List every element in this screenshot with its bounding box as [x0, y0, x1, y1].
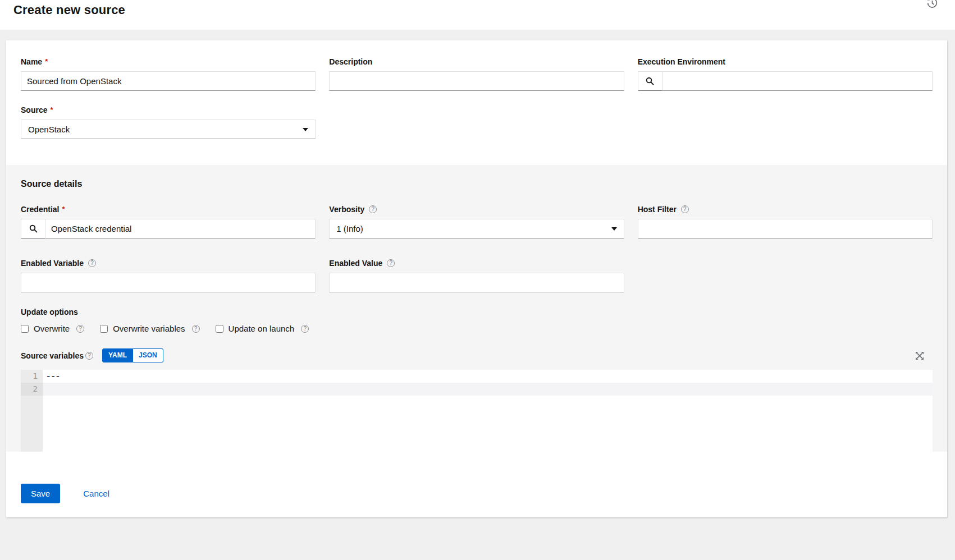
help-icon[interactable]: [76, 325, 84, 333]
source-details-section: Source details Credential: [6, 165, 947, 452]
json-toggle-button[interactable]: JSON: [133, 348, 163, 362]
host-filter-input[interactable]: [638, 219, 933, 238]
page-header: Create new source: [0, 0, 955, 30]
form-footer: Save Cancel: [6, 452, 947, 517]
credential-search-button[interactable]: [21, 219, 45, 238]
overwrite-variables-checkbox-item: Overwrite variables: [100, 324, 199, 333]
expand-icon-glyph: [915, 351, 924, 360]
name-input[interactable]: [21, 71, 316, 91]
verbosity-label-text: Verbosity: [329, 205, 364, 214]
source-field-group: Source OpenStack: [21, 105, 316, 139]
host-filter-label: Host Filter: [638, 205, 933, 214]
required-asterisk: [45, 59, 48, 65]
execution-environment-field-group: Execution Environment: [638, 57, 933, 91]
verbosity-select-value: 1 (Info): [336, 224, 363, 233]
execution-environment-search-button[interactable]: [638, 71, 662, 91]
execution-environment-label: Execution Environment: [638, 57, 933, 66]
editor-content[interactable]: ---: [43, 370, 933, 452]
create-source-card: Name Description Execution Environment: [6, 40, 947, 517]
search-icon: [646, 77, 654, 85]
name-label-text: Name: [21, 57, 42, 66]
source-label-text: Source: [21, 105, 47, 114]
line-number: 1: [21, 370, 43, 383]
enabled-value-label: Enabled Value: [329, 259, 624, 268]
credential-label: Credential: [21, 205, 316, 214]
description-field-group: Description: [329, 57, 624, 91]
help-icon[interactable]: [681, 205, 689, 213]
cancel-button[interactable]: Cancel: [83, 489, 109, 498]
editor-line-gutter: 1 2: [21, 370, 43, 452]
yaml-toggle-button[interactable]: YAML: [102, 348, 133, 362]
enabled-variable-label: Enabled Variable: [21, 259, 316, 268]
enabled-variable-input[interactable]: [21, 273, 316, 292]
update-on-launch-checkbox[interactable]: [216, 325, 223, 333]
history-icon[interactable]: [927, 0, 938, 8]
overwrite-variables-label: Overwrite variables: [113, 324, 185, 333]
top-form-section: Name Description Execution Environment: [6, 40, 947, 165]
description-label-text: Description: [329, 57, 372, 66]
source-select-value: OpenStack: [28, 125, 70, 134]
line-number: 2: [21, 383, 43, 396]
verbosity-label: Verbosity: [329, 205, 624, 214]
yaml-json-toggle: YAML JSON: [102, 348, 163, 362]
required-asterisk: [50, 107, 53, 113]
page-title: Create new source: [13, 0, 942, 17]
verbosity-select[interactable]: 1 (Info): [329, 219, 624, 238]
enabled-value-label-text: Enabled Value: [329, 259, 382, 268]
update-on-launch-checkbox-item: Update on launch: [216, 324, 309, 333]
source-variables-row: Source variables YAML JSON: [21, 348, 933, 362]
search-icon: [29, 224, 38, 233]
update-options-heading: Update options: [21, 307, 933, 316]
credential-label-text: Credential: [21, 205, 59, 214]
help-icon[interactable]: [387, 259, 395, 267]
help-icon[interactable]: [369, 205, 377, 213]
editor-line: ---: [43, 370, 933, 383]
description-label: Description: [329, 57, 624, 66]
source-label: Source: [21, 105, 316, 114]
host-filter-label-text: Host Filter: [638, 205, 677, 214]
name-label: Name: [21, 57, 316, 66]
overwrite-label: Overwrite: [34, 324, 70, 333]
name-field-group: Name: [21, 57, 316, 91]
history-icon-glyph: [927, 0, 938, 8]
source-select[interactable]: OpenStack: [21, 120, 316, 139]
overwrite-checkbox[interactable]: [21, 325, 29, 333]
source-details-heading: Source details: [21, 179, 933, 189]
host-filter-field-group: Host Filter: [638, 205, 933, 238]
overwrite-variables-checkbox[interactable]: [100, 325, 108, 333]
chevron-down-icon: [611, 227, 617, 231]
credential-input[interactable]: [45, 219, 316, 238]
help-icon[interactable]: [88, 259, 96, 267]
required-asterisk: [62, 206, 65, 212]
source-variables-label: Source variables: [21, 351, 84, 360]
help-icon[interactable]: [301, 325, 309, 333]
help-icon[interactable]: [192, 325, 200, 333]
expand-icon[interactable]: [915, 351, 924, 360]
save-button[interactable]: Save: [21, 484, 60, 503]
chevron-down-icon: [303, 128, 308, 131]
help-icon[interactable]: [85, 352, 93, 360]
enabled-value-field-group: Enabled Value: [329, 259, 624, 292]
execution-environment-input[interactable]: [662, 71, 933, 91]
enabled-value-input[interactable]: [329, 273, 624, 292]
overwrite-checkbox-item: Overwrite: [21, 324, 84, 333]
source-variables-editor[interactable]: 1 2 ---: [21, 370, 933, 452]
verbosity-field-group: Verbosity 1 (Info): [329, 205, 624, 238]
update-options-row: Overwrite Overwrite variables Update on …: [21, 324, 933, 333]
enabled-variable-label-text: Enabled Variable: [21, 259, 84, 268]
execution-environment-label-text: Execution Environment: [638, 57, 725, 66]
enabled-variable-field-group: Enabled Variable: [21, 259, 316, 292]
editor-line: [43, 383, 933, 396]
update-on-launch-label: Update on launch: [229, 324, 295, 333]
description-input[interactable]: [329, 71, 624, 91]
credential-field-group: Credential: [21, 205, 316, 238]
